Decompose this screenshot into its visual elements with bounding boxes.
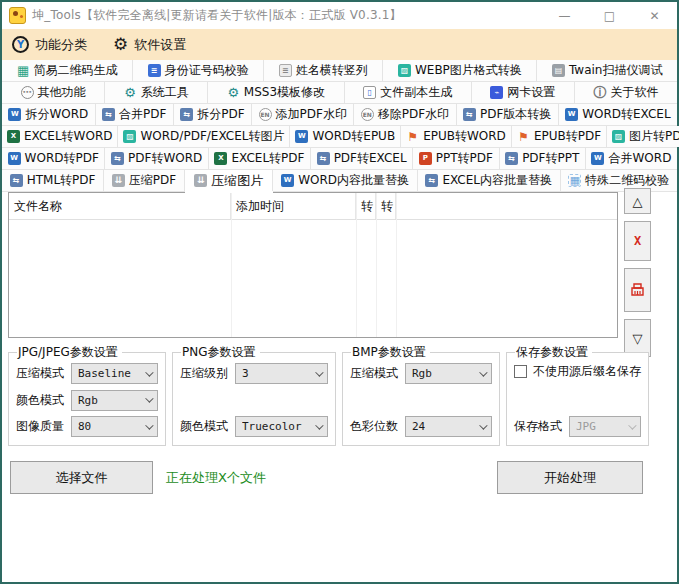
- gear-icon: ⚙: [113, 36, 128, 53]
- tab-row: ⋯其他功能⚙系统工具⚙MSS3模板修改▯文件副本生成⌁网卡设置ⓘ关于软件: [2, 82, 677, 104]
- tab-item[interactable]: ⚙系统工具: [105, 82, 208, 103]
- tab-item[interactable]: WWORD转EXCEL: [559, 104, 677, 125]
- tab-item[interactable]: ⇊压缩图片: [185, 170, 274, 191]
- tab-item[interactable]: ⇆PDF版本转换: [457, 104, 559, 125]
- no-source-suffix-checkbox-row[interactable]: 不使用源后缀名保存: [514, 363, 641, 380]
- tab-item[interactable]: ≡身份证号码校验: [133, 60, 264, 81]
- column-header[interactable]: 文件名称: [9, 193, 231, 219]
- triangle-down-icon: ▽: [633, 332, 643, 345]
- tab-item[interactable]: ▨WEBP图片格式转换: [383, 60, 537, 81]
- save-format-select[interactable]: JPG: [569, 416, 641, 437]
- tab-item[interactable]: ▦简易二维码生成: [2, 60, 133, 81]
- tab-label: 姓名横转竖列: [296, 62, 368, 79]
- delete-file-button[interactable]: X: [624, 221, 651, 261]
- tab-item[interactable]: ≡姓名横转竖列: [264, 60, 383, 81]
- menu-software-settings[interactable]: ⚙ 软件设置: [113, 36, 186, 54]
- tab-item[interactable]: XEXCEL转WORD: [2, 126, 118, 147]
- tab-item[interactable]: ⇆拆分PDF: [174, 104, 252, 125]
- panel-title: JPG/JPEG参数设置: [17, 344, 122, 361]
- start-processing-button[interactable]: 开始处理: [497, 461, 643, 494]
- bmp-compress-mode-select[interactable]: Rgb: [405, 363, 492, 384]
- tab-item[interactable]: ⇆EXCEL内容批量替换: [418, 170, 561, 191]
- png-compress-level-select[interactable]: 3: [235, 363, 328, 384]
- tab-item[interactable]: ⚑EPUB转PDF: [512, 126, 607, 147]
- move-up-button[interactable]: △: [624, 188, 651, 214]
- tab-item[interactable]: ⇆PDF转EXCEL: [311, 148, 413, 169]
- pdf-icon: ⇆: [463, 108, 476, 121]
- tab-label: PDF转WORD: [128, 150, 202, 167]
- tab-item[interactable]: EN移除PDF水印: [354, 104, 456, 125]
- tab-label: 添加PDF水印: [276, 106, 347, 123]
- pdf-icon: ⇆: [317, 152, 330, 165]
- chevron-down-icon: [628, 421, 636, 429]
- column-header[interactable]: 转: [376, 193, 396, 219]
- chevron-down-icon: [479, 421, 487, 429]
- tab-item[interactable]: ⚙MSS3模板修改: [208, 82, 344, 103]
- tab-item[interactable]: WWORD内容批量替换: [273, 170, 417, 191]
- tab-item[interactable]: ▨WORD/PDF/EXCEL转图片: [118, 126, 290, 147]
- file-list-table[interactable]: 文件名称添加时间转转: [8, 192, 618, 338]
- tab-item[interactable]: ⇆PDF转PPT: [500, 148, 586, 169]
- tab-label: 拆分PDF: [197, 106, 244, 123]
- select-files-button[interactable]: 选择文件: [10, 461, 153, 494]
- jpg-quality-select[interactable]: 80: [71, 416, 158, 437]
- tab-item[interactable]: WWORD转EPUB: [290, 126, 401, 147]
- column-divider: [231, 193, 232, 337]
- about-icon: ⓘ: [593, 86, 606, 99]
- jpg-compress-mode-select[interactable]: Baseline: [71, 363, 158, 384]
- category-icon: Y: [12, 36, 29, 53]
- tab-item[interactable]: ▤Twain扫描仪调试: [537, 60, 677, 81]
- tab-item[interactable]: ⓘ关于软件: [575, 82, 677, 103]
- bmp-color-depth-select[interactable]: 24: [405, 416, 492, 437]
- tab-item[interactable]: EN添加PDF水印: [252, 104, 354, 125]
- network-icon: ⌁: [490, 86, 503, 99]
- tab-item[interactable]: ⚑EPUB转WORD: [401, 126, 512, 147]
- select-value: JPG: [576, 420, 596, 433]
- table-header-row: 文件名称添加时间转转: [9, 193, 617, 220]
- idcard-icon: ≡: [148, 64, 161, 77]
- tab-item[interactable]: ⋯其他功能: [2, 82, 105, 103]
- word-icon: W: [295, 130, 308, 143]
- tab-item[interactable]: ⇆合并PDF: [96, 104, 174, 125]
- checkbox-unchecked-icon[interactable]: [514, 365, 527, 378]
- tab-item[interactable]: ⇊压缩PDF: [104, 170, 185, 191]
- column-header[interactable]: 转: [356, 193, 376, 219]
- tab-item[interactable]: ⇆PDF转WORD: [105, 148, 208, 169]
- close-button[interactable]: ✕: [632, 2, 677, 29]
- field-label: 颜色模式: [16, 392, 64, 409]
- menu-label: 软件设置: [134, 36, 186, 54]
- delete-x-icon: X: [634, 234, 641, 248]
- checkbox-label: 不使用源后缀名保存: [533, 363, 641, 380]
- tab-item[interactable]: PPPT转PDF: [413, 148, 499, 169]
- tab-item[interactable]: ▯文件副本生成: [345, 82, 472, 103]
- tab-item[interactable]: ▦特殊二维码校验: [561, 170, 677, 191]
- tab-label: EPUB转WORD: [423, 128, 506, 145]
- tab-item[interactable]: ⌁网卡设置: [472, 82, 575, 103]
- tab-item[interactable]: ▨图片转PDF: [607, 126, 679, 147]
- maximize-button[interactable]: □: [587, 2, 632, 29]
- minimize-button[interactable]: —: [542, 2, 587, 29]
- app-window: 坤_Tools【软件完全离线|更新请看关于软件|版本：正式版 V0.3.1】 —…: [0, 0, 679, 584]
- tab-item[interactable]: W拆分WORD: [2, 104, 96, 125]
- tab-label: 关于软件: [610, 84, 658, 101]
- column-header[interactable]: 添加时间: [231, 193, 356, 219]
- image-icon: ▨: [612, 130, 625, 143]
- menu-function-category[interactable]: Y 功能分类: [12, 36, 87, 54]
- image-icon: ▨: [123, 130, 136, 143]
- select-value: Rgb: [412, 367, 432, 380]
- tab-item[interactable]: WWORD转PDF: [2, 148, 105, 169]
- tab-label: 其他功能: [38, 84, 86, 101]
- clear-list-button[interactable]: [624, 268, 651, 312]
- jpg-color-mode-select[interactable]: Rgb: [71, 390, 158, 411]
- tab-item[interactable]: ⇆HTML转PDF: [2, 170, 104, 191]
- file-icon: ▯: [363, 86, 376, 99]
- select-value: 24: [412, 420, 425, 433]
- png-color-mode-select[interactable]: Truecolor: [235, 416, 328, 437]
- panel-title: PNG参数设置: [181, 344, 260, 361]
- bmp-params-panel: BMP参数设置 压缩模式 Rgb 色彩位数 24: [342, 344, 500, 446]
- text-rotate-icon: ≡: [279, 64, 292, 77]
- triangle-up-icon: △: [633, 195, 643, 208]
- clear-brush-icon: [629, 282, 646, 299]
- tab-item[interactable]: XEXCEL转PDF: [209, 148, 311, 169]
- tab-item[interactable]: W合并WORD: [586, 148, 677, 169]
